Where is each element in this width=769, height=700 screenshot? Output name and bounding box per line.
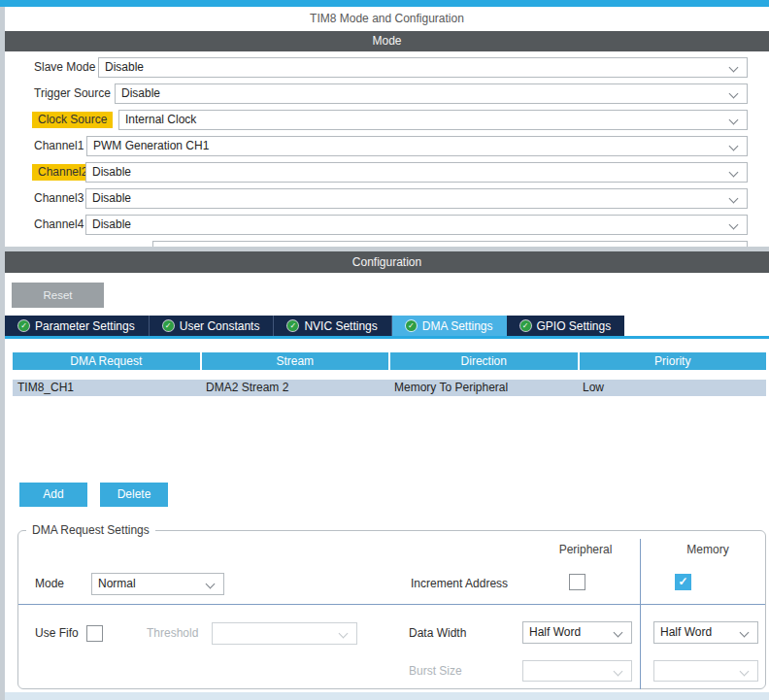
reset-configuration-button[interactable]: Reset Configuration xyxy=(12,283,104,308)
tab-label: NVIC Settings xyxy=(304,319,377,333)
burst-size-peripheral-select xyxy=(522,660,632,682)
cell-stream: DMA2 Stream 2 xyxy=(201,380,389,396)
chevron-down-icon xyxy=(729,116,739,125)
tab-label: User Constants xyxy=(180,319,260,333)
combo-value: Half Word xyxy=(660,622,712,643)
tim8-config-window: TIM8 Mode and Configuration Mode Slave M… xyxy=(0,0,769,700)
use-fifo-checkbox[interactable] xyxy=(86,625,103,642)
mode-panel: Slave Mode Disable Trigger Source Disabl… xyxy=(5,51,769,247)
chevron-down-icon xyxy=(729,63,739,73)
burst-size-label: Burst Size xyxy=(409,660,462,682)
combo-value: Disable xyxy=(92,216,131,234)
mode-row-slave-mode: Slave Mode Disable xyxy=(5,57,769,78)
threshold-label: Threshold xyxy=(147,622,198,644)
cell-dma-request: TIM8_CH1 xyxy=(13,380,201,396)
increment-address-memory-checkbox[interactable] xyxy=(675,574,691,590)
check-badge-icon xyxy=(287,320,298,331)
use-fifo-label: Use Fifo xyxy=(35,622,79,644)
mode-row-channel1: Channel1 PWM Generation CH1 xyxy=(5,136,769,156)
active-tab-underline xyxy=(5,336,769,339)
combo-value: PWM Generation CH1 xyxy=(93,137,209,155)
tab-label: DMA Settings xyxy=(422,319,493,333)
chevron-down-icon xyxy=(740,628,750,638)
channel2-label: Channel2 xyxy=(32,164,93,181)
check-badge-icon xyxy=(406,320,417,331)
channel3-select[interactable]: Disable xyxy=(85,188,748,209)
threshold-select xyxy=(212,622,357,645)
chevron-down-icon xyxy=(206,580,216,589)
dma-table-header: DMA Request Stream Direction Priority xyxy=(13,352,766,370)
combo-value: Half Word xyxy=(529,622,581,643)
row-divider xyxy=(18,604,765,605)
mode-row-clock-source: Clock Source Internal Clock xyxy=(5,110,769,130)
channel4-select[interactable]: Disable xyxy=(85,215,748,235)
trigger-source-label: Trigger Source xyxy=(34,85,111,102)
combo-value: Internal Clock xyxy=(125,111,196,129)
clock-source-label: Clock Source xyxy=(32,112,113,128)
add-button[interactable]: Add xyxy=(19,483,87,507)
tab-nvic-settings[interactable]: NVIC Settings xyxy=(274,316,391,336)
mode-row-channel4: Channel4 Disable xyxy=(5,215,769,235)
channel4-label: Channel4 xyxy=(34,217,84,233)
top-accent-bar xyxy=(0,0,769,7)
data-width-peripheral-select[interactable]: Half Word xyxy=(522,621,632,644)
cell-direction: Memory To Peripheral xyxy=(389,380,578,396)
mode-section-header: Mode xyxy=(5,31,769,51)
mode-row-trigger-source: Trigger Source Disable xyxy=(5,83,769,104)
chevron-down-icon xyxy=(614,667,623,677)
column-header-direction[interactable]: Direction xyxy=(390,352,578,370)
peripheral-column-header: Peripheral xyxy=(527,542,644,557)
slave-mode-select[interactable]: Disable xyxy=(98,57,748,78)
chevron-down-icon xyxy=(729,220,739,230)
clock-source-select[interactable]: Internal Clock xyxy=(118,110,748,130)
increment-address-label: Increment Address xyxy=(411,573,508,594)
combo-value: Normal xyxy=(98,574,136,594)
mode-select[interactable]: Normal xyxy=(91,573,224,595)
chevron-down-icon xyxy=(740,667,750,677)
chevron-down-icon xyxy=(339,629,349,639)
combo-value: Disable xyxy=(121,84,160,103)
data-width-memory-select[interactable]: Half Word xyxy=(653,621,758,644)
channel2-select[interactable]: Disable xyxy=(85,162,748,183)
chevron-down-icon xyxy=(729,89,739,99)
check-badge-icon xyxy=(520,320,531,331)
tab-label: GPIO Settings xyxy=(537,319,612,333)
chevron-down-icon xyxy=(729,142,739,151)
slave-mode-label: Slave Mode xyxy=(34,59,95,76)
combo-value: Disable xyxy=(105,58,144,77)
tab-parameter-settings[interactable]: Parameter Settings xyxy=(5,316,150,336)
tab-label: Parameter Settings xyxy=(35,319,135,333)
dma-request-settings-group: DMA Request Settings Peripheral Memory M… xyxy=(17,530,766,689)
column-header-stream[interactable]: Stream xyxy=(202,352,389,370)
delete-button[interactable]: Delete xyxy=(100,483,168,507)
check-badge-icon xyxy=(18,320,29,331)
mode-row-channel2: Channel2 Disable xyxy=(5,162,769,183)
column-header-priority[interactable]: Priority xyxy=(580,352,767,370)
column-header-dma-request[interactable]: DMA Request xyxy=(13,352,200,370)
tab-gpio-settings[interactable]: GPIO Settings xyxy=(507,316,625,336)
mode-label: Mode xyxy=(35,573,64,594)
chevron-down-icon xyxy=(614,628,623,638)
check-badge-icon xyxy=(163,320,174,331)
channel1-label: Channel1 xyxy=(34,138,84,154)
configuration-section-header: Configuration xyxy=(5,251,769,273)
combo-value: Disable xyxy=(92,163,131,182)
cell-priority: Low xyxy=(578,380,766,396)
increment-address-peripheral-checkbox[interactable] xyxy=(569,574,585,590)
column-divider xyxy=(640,539,641,689)
combo-value: Disable xyxy=(92,189,131,208)
data-width-label: Data Width xyxy=(409,622,466,644)
channel1-select[interactable]: PWM Generation CH1 xyxy=(86,136,748,156)
settings-tabs: Parameter Settings User Constants NVIC S… xyxy=(5,316,624,336)
chevron-down-icon xyxy=(729,194,739,204)
chevron-down-icon xyxy=(729,168,739,178)
trigger-source-select[interactable]: Disable xyxy=(115,83,748,104)
mode-row-channel3: Channel3 Disable xyxy=(5,188,769,209)
tab-dma-settings[interactable]: DMA Settings xyxy=(392,316,507,336)
burst-size-memory-select xyxy=(653,660,758,682)
tab-user-constants[interactable]: User Constants xyxy=(150,316,275,336)
table-row[interactable]: TIM8_CH1 DMA2 Stream 2 Memory To Periphe… xyxy=(13,380,766,396)
memory-column-header: Memory xyxy=(650,542,766,557)
group-legend: DMA Request Settings xyxy=(26,523,155,537)
bottom-edge-strip xyxy=(5,692,769,700)
